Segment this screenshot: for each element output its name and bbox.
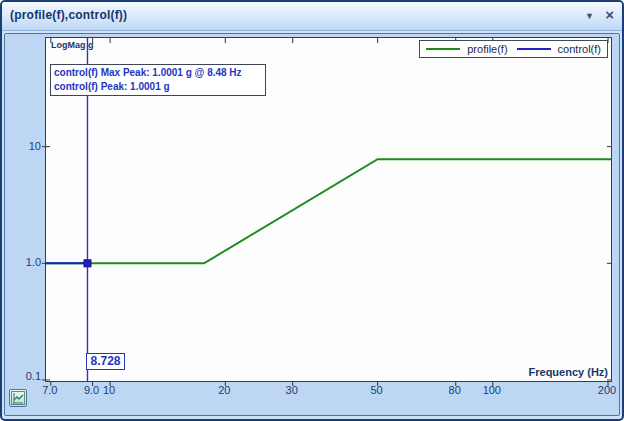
legend-item-control: control(f) [517, 43, 601, 55]
peak-annotation-box: control(f) Max Peak: 1.0001 g @ 8.48 Hz … [50, 64, 266, 96]
x-tick-label: 10 [92, 384, 126, 396]
control-line-swatch [517, 48, 551, 50]
y-axis-units-label: LogMag g [51, 40, 94, 50]
x-tick-label: 50 [360, 384, 394, 396]
y-tick-label: 10 [9, 140, 41, 152]
close-icon[interactable]: × [605, 6, 614, 23]
legend-item-profile: profile(f) [426, 43, 507, 55]
x-axis-label: Frequency (Hz) [529, 366, 608, 378]
x-tick-label: 200 [590, 384, 624, 396]
y-tick-label: 1.0 [9, 256, 41, 268]
x-tick-label: 80 [438, 384, 472, 396]
legend: profile(f) control(f) [419, 40, 608, 58]
x-tick-label: 20 [207, 384, 241, 396]
legend-label-profile: profile(f) [467, 43, 507, 55]
profile-line-swatch [426, 48, 460, 50]
legend-label-control: control(f) [558, 43, 601, 55]
title-bar: (profile(f),control(f)) ▼ × [2, 2, 622, 31]
x-tick-label: 30 [275, 384, 309, 396]
chart-thumbnail-button[interactable] [9, 389, 27, 407]
max-peak-text: control(f) Max Peak: 1.0001 g @ 8.48 Hz [54, 66, 262, 80]
plot-window: (profile(f),control(f)) ▼ × LogMag g pro… [0, 0, 624, 421]
cursor-marker[interactable] [84, 260, 91, 267]
cursor-frequency-readout[interactable]: 8.728 [86, 353, 124, 370]
chevron-down-icon[interactable]: ▼ [585, 11, 594, 21]
x-tick-label: 7.0 [33, 384, 67, 396]
window-title: (profile(f),control(f)) [10, 8, 127, 22]
series-profilef [46, 159, 611, 263]
plot-area[interactable]: LogMag g profile(f) control(f) control(f… [45, 37, 612, 382]
chart-panel: LogMag g profile(f) control(f) control(f… [4, 33, 620, 416]
x-tick-label: 100 [475, 384, 509, 396]
chart-thumbnail-icon [11, 391, 25, 405]
y-tick-label: 0.1 [9, 370, 41, 382]
peak-text: control(f) Peak: 1.0001 g [54, 80, 262, 94]
